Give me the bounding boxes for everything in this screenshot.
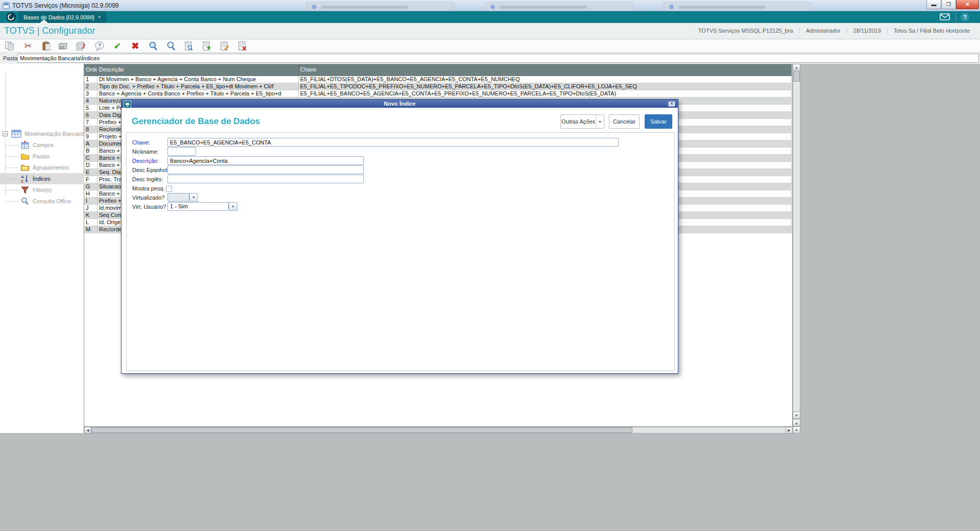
help-icon[interactable]: ?: [961, 13, 969, 21]
vertical-scroll-thumb[interactable]: [793, 71, 800, 82]
table-row[interactable]: 2 Tipo do Doc. + Prefixo + Titulo + Parc…: [84, 83, 792, 90]
dialog-close-icon[interactable]: ✕: [668, 101, 675, 107]
app-header: TOTVS | Configurador TOTVS Serviços MSSQ…: [0, 23, 980, 39]
paste-icon[interactable]: [39, 40, 54, 52]
scroll-down-icon[interactable]: ▼: [793, 412, 800, 419]
desc-ingles-input[interactable]: [167, 175, 364, 183]
table-icon: [11, 129, 21, 138]
window-controls: ▬ ❐ ✕: [926, 0, 979, 9]
sidebar-item-campos[interactable]: Campos: [0, 139, 84, 151]
dialog-form: Chave: Nickname: Descrição: Desc Epanhol…: [126, 132, 675, 371]
session-info: TOTVS Serviços MSSQL P12125_bra Administ…: [692, 28, 976, 34]
column-header-ordem[interactable]: Ordem: [84, 64, 97, 76]
restore-button[interactable]: ❐: [941, 0, 956, 9]
scroll-page-up-icon[interactable]: ▲: [793, 419, 800, 426]
column-header-chave[interactable]: Chave: [299, 64, 792, 76]
sidebar-item-consulta-office[interactable]: Consulta Office: [0, 196, 84, 207]
novo-indice-dialog: Novo Índice ✕ Gerenciador de Base de Dad…: [121, 99, 678, 374]
scroll-left-icon[interactable]: ◀: [84, 427, 91, 433]
cut-icon[interactable]: ✂: [20, 40, 36, 52]
table-row[interactable]: 1 Dt Movimen + Banco + Agencia + Conta B…: [84, 76, 792, 83]
tab-label: Bases de Dados [02.9.0099]: [23, 14, 94, 20]
tree-item-movimentacao-bancaria[interactable]: – Movimentação Bancaria: [0, 128, 84, 139]
app-tab-bar: Bases de Dados [02.9.0099] × ?: [0, 11, 980, 23]
table-fields-icon: [20, 140, 30, 150]
vertical-scrollbar[interactable]: [793, 64, 800, 433]
sidebar-item-indices[interactable]: A Z Índices: [0, 173, 84, 184]
column-header-descricao[interactable]: Descrição: [97, 64, 299, 76]
sidebar-item-agrupamentos[interactable]: Agrupamentos: [0, 162, 84, 173]
dialog-titlebar[interactable]: Novo Índice: [121, 100, 678, 108]
nickname-input[interactable]: [167, 147, 196, 156]
date-label: 28/11/2019: [847, 28, 887, 34]
minimize-button[interactable]: ▬: [926, 0, 941, 9]
virt-usuario-label: Virt. Usuário?: [132, 204, 166, 210]
zoom-icon[interactable]: [163, 40, 179, 52]
horizontal-scroll-thumb[interactable]: [91, 427, 632, 433]
close-button[interactable]: ✕: [956, 0, 979, 9]
tab-bases-de-dados[interactable]: Bases de Dados [02.9.0099] ×: [18, 11, 106, 23]
page-title: TOTVS | Configurador: [4, 26, 95, 36]
print-icon[interactable]: [74, 40, 89, 52]
view-document-icon[interactable]: [181, 40, 197, 52]
chave-input[interactable]: [167, 138, 619, 147]
delete-document-icon[interactable]: [235, 40, 250, 52]
confirm-icon[interactable]: ✔: [110, 40, 125, 52]
virt-usuario-select[interactable]: 1 - Sim: [167, 202, 229, 211]
toolbar: ✂ ? ✔ ✖: [0, 39, 980, 53]
folder-group-icon: [20, 163, 30, 172]
sidebar-tree: – Movimentação Bancaria Campos Pastas: [0, 64, 84, 433]
sidebar-item-label: Filtro(s): [33, 187, 52, 193]
pasta-path-input[interactable]: [17, 54, 979, 63]
svg-text:A: A: [21, 175, 24, 179]
svg-text:Z: Z: [21, 179, 23, 183]
desc-epanhol-input[interactable]: [167, 165, 364, 174]
sidebar-item-label: Consulta Office: [33, 198, 71, 204]
calculator-icon[interactable]: [56, 40, 71, 52]
scroll-up-icon[interactable]: ▲: [793, 64, 800, 71]
background-browser-tab: [306, 2, 454, 11]
filter-icon: [20, 185, 30, 195]
save-button[interactable]: Salvar: [645, 114, 672, 129]
sidebar-item-label: Índices: [33, 176, 51, 182]
copy-icon[interactable]: [2, 40, 17, 52]
nickname-label: Nickname:: [132, 149, 159, 155]
cancel-icon[interactable]: ✖: [128, 40, 143, 52]
descricao-input[interactable]: [167, 156, 364, 165]
background-browser-tab: [485, 2, 633, 11]
mostra-pesq-checkbox[interactable]: [166, 186, 172, 192]
sidebar-item-label: Pastas: [33, 153, 50, 159]
mail-icon[interactable]: [939, 13, 951, 21]
sidebar-item-label: Campos: [33, 142, 54, 148]
window-title: TOTVS Serviços (Microsiga) 02.9.0099: [12, 2, 119, 9]
search-icon[interactable]: [145, 40, 161, 52]
add-document-icon[interactable]: [199, 40, 214, 52]
background-browser-tab: [664, 2, 812, 11]
outras-acoes-button[interactable]: Outras Ações ▼: [560, 114, 604, 129]
dialog-app-icon: [124, 101, 131, 108]
virtualizado-select[interactable]: [167, 193, 189, 202]
desc-ingles-label: Desc Inglês:: [132, 176, 163, 182]
cancel-button[interactable]: Cancelar: [609, 114, 640, 129]
scroll-page-down-icon[interactable]: ▼: [793, 426, 800, 433]
collapse-icon[interactable]: –: [3, 131, 8, 136]
chevron-down-icon[interactable]: ▼: [229, 202, 237, 211]
totvs-logo-icon: [6, 12, 16, 22]
help-balloon-icon[interactable]: ?: [92, 40, 107, 52]
tab-close-icon[interactable]: ×: [98, 14, 101, 20]
dialog-title: Novo Índice: [121, 100, 678, 108]
chevron-down-icon[interactable]: ▼: [189, 193, 198, 202]
sidebar-item-filtros[interactable]: Filtro(s): [0, 184, 84, 196]
descricao-label: Descrição:: [132, 158, 159, 164]
chevron-down-icon[interactable]: ▼: [596, 115, 604, 128]
table-row[interactable]: 3 Banco + Agencia + Conta Banco + Prefix…: [84, 90, 792, 98]
divider: [955, 13, 956, 21]
tree-item-label: Movimentação Bancaria: [24, 131, 85, 137]
scroll-right-icon[interactable]: ▶: [786, 427, 793, 433]
sidebar-item-pastas[interactable]: Pastas: [0, 151, 84, 162]
app-window-icon: [3, 2, 10, 9]
pasta-row: Pasta: [0, 53, 980, 64]
company-label: Totvs Sa / Filial Belo Horizonte: [887, 28, 976, 34]
sidebar-item-label: Agrupamentos: [33, 164, 69, 171]
edit-document-icon[interactable]: [217, 40, 232, 52]
